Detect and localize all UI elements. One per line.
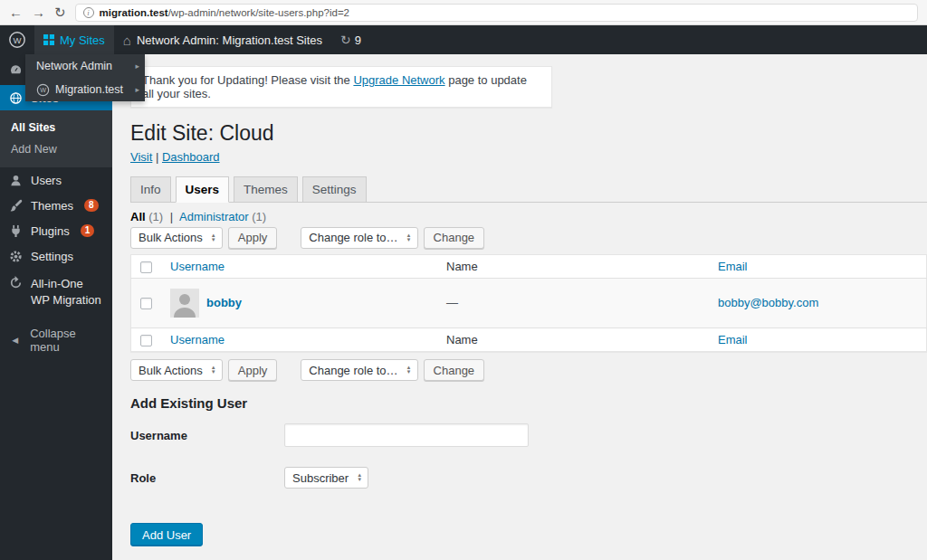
sidebar-aio-label: All-in-One WP Migration bbox=[31, 276, 101, 308]
select-all-checkbox[interactable] bbox=[140, 335, 152, 346]
select-arrows-icon: ▲▼ bbox=[357, 473, 362, 482]
email-column-header[interactable]: Email bbox=[718, 260, 748, 273]
change-role-value: Change role to… bbox=[309, 231, 397, 244]
address-bar[interactable]: i migration.test/wp-admin/network/site-u… bbox=[75, 4, 918, 22]
updates-indicator[interactable]: ↻ 9 bbox=[331, 25, 370, 54]
username-column-footer[interactable]: Username bbox=[170, 333, 225, 346]
site-edit-tabs: Info Users Themes Settings bbox=[130, 176, 927, 203]
table-footer-row: Username Name Email bbox=[131, 327, 927, 351]
username-link[interactable]: bobby bbox=[206, 296, 242, 309]
email-column-footer[interactable]: Email bbox=[718, 333, 748, 346]
bulk-actions-value: Bulk Actions bbox=[139, 231, 203, 244]
back-icon[interactable]: ← bbox=[9, 5, 23, 19]
select-all-checkbox[interactable] bbox=[140, 261, 152, 273]
avatar bbox=[170, 289, 199, 318]
username-field-label: Username bbox=[130, 429, 284, 442]
bulk-actions-select[interactable]: Bulk Actions ▲▼ bbox=[130, 227, 223, 249]
sidebar-users-label: Users bbox=[31, 174, 62, 187]
email-link[interactable]: bobby@bobby.com bbox=[718, 296, 818, 309]
wp-admin-bar: W My Sites ⌂ Network Admin: Migration.te… bbox=[0, 25, 927, 54]
username-input[interactable] bbox=[284, 423, 529, 447]
forward-icon[interactable]: → bbox=[32, 5, 45, 19]
network-admin-link[interactable]: ⌂ Network Admin: Migration.test Sites bbox=[114, 25, 331, 54]
notice-text-before: Thank you for Updating! Please visit the bbox=[142, 73, 353, 87]
my-sites-dropdown: Network Admin ▸ W Migration.test ▸ bbox=[25, 54, 145, 101]
my-sites-label: My Sites bbox=[60, 33, 105, 47]
my-sites-menu[interactable]: My Sites bbox=[34, 25, 114, 54]
select-arrows-icon: ▲▼ bbox=[406, 365, 412, 375]
svg-text:W: W bbox=[14, 35, 22, 45]
upgrade-network-link[interactable]: Upgrade Network bbox=[353, 73, 444, 87]
update-count: 9 bbox=[355, 33, 361, 47]
collapse-menu-label: Collapse menu bbox=[30, 327, 105, 354]
tab-users[interactable]: Users bbox=[176, 176, 230, 203]
tablenav-top: Bulk Actions ▲▼ Apply Change role to… ▲▼… bbox=[130, 227, 927, 249]
bulk-actions-select-bottom[interactable]: Bulk Actions ▲▼ bbox=[130, 359, 223, 381]
apply-button[interactable]: Apply bbox=[228, 227, 278, 249]
users-table: Username Name Email bbox=[130, 254, 927, 352]
sidebar-item-themes[interactable]: Themes 8 bbox=[0, 193, 112, 218]
network-admin-item-label: Network Admin bbox=[36, 60, 112, 72]
sidebar-item-plugins[interactable]: Plugins 1 bbox=[0, 218, 112, 243]
reload-icon[interactable]: ↻ bbox=[54, 5, 66, 19]
name-column-footer: Name bbox=[446, 333, 478, 346]
plugins-icon bbox=[7, 224, 24, 238]
change-role-select[interactable]: Change role to… ▲▼ bbox=[301, 227, 417, 249]
separator: | bbox=[156, 150, 158, 164]
row-checkbox[interactable] bbox=[140, 298, 152, 309]
filter-administrator-count: (1) bbox=[252, 210, 266, 223]
collapse-arrow-icon: ◀ bbox=[7, 336, 23, 345]
multisite-grid-icon bbox=[43, 34, 54, 45]
wordpress-logo-icon[interactable]: W bbox=[0, 25, 34, 54]
visit-link[interactable]: Visit bbox=[130, 150, 152, 164]
username-column-header[interactable]: Username bbox=[170, 260, 225, 273]
info-icon[interactable]: i bbox=[83, 7, 94, 18]
tablenav-bottom: Bulk Actions ▲▼ Apply Change role to… ▲▼… bbox=[130, 359, 927, 381]
dropdown-item-migration-test[interactable]: W Migration.test ▸ bbox=[25, 78, 145, 101]
add-user-button[interactable]: Add User bbox=[130, 523, 203, 546]
site-actions-row: Visit | Dashboard bbox=[130, 150, 927, 164]
select-arrows-icon: ▲▼ bbox=[406, 233, 412, 242]
change-button[interactable]: Change bbox=[424, 227, 485, 249]
sidebar-collapse-menu[interactable]: ◀ Collapse menu bbox=[0, 327, 112, 353]
plugins-update-badge: 1 bbox=[81, 224, 95, 237]
sites-icon bbox=[7, 91, 24, 105]
users-icon bbox=[7, 174, 24, 187]
change-button-bottom[interactable]: Change bbox=[424, 359, 485, 381]
filter-administrator-link[interactable]: Administrator bbox=[179, 210, 249, 223]
tab-info[interactable]: Info bbox=[130, 176, 171, 202]
dashboard-link[interactable]: Dashboard bbox=[162, 150, 220, 164]
tab-settings[interactable]: Settings bbox=[302, 176, 367, 202]
dashboard-icon bbox=[7, 63, 24, 77]
update-nag-notice: Thank you for Updating! Please visit the… bbox=[130, 66, 552, 108]
table-row: bobby — bobby@bobby.com bbox=[131, 278, 927, 327]
dropdown-item-network-admin[interactable]: Network Admin ▸ bbox=[25, 54, 145, 78]
name-cell: — bbox=[437, 278, 709, 327]
sites-submenu: All Sites Add New bbox=[0, 110, 112, 167]
main-content: Thank you for Updating! Please visit the… bbox=[112, 54, 927, 560]
svg-text:W: W bbox=[40, 87, 46, 94]
change-role-value: Change role to… bbox=[309, 364, 397, 377]
sidebar-item-all-sites[interactable]: All Sites bbox=[0, 117, 112, 138]
url-path: /wp-admin/network/site-users.php?id=2 bbox=[168, 7, 349, 18]
separator: | bbox=[170, 210, 173, 223]
sidebar-item-aio-migration[interactable]: All-in-One WP Migration bbox=[0, 269, 112, 315]
url-domain: migration.test bbox=[100, 7, 168, 18]
submenu-arrow-icon: ▸ bbox=[135, 62, 139, 71]
sidebar-item-users[interactable]: Users bbox=[0, 167, 112, 193]
change-role-select-bottom[interactable]: Change role to… ▲▼ bbox=[301, 359, 417, 381]
role-select[interactable]: Subscriber ▲▼ bbox=[284, 467, 368, 489]
sidebar-item-add-new[interactable]: Add New bbox=[0, 138, 112, 160]
select-arrows-icon: ▲▼ bbox=[211, 365, 216, 375]
sidebar-item-settings[interactable]: Settings bbox=[0, 243, 112, 269]
page-title: Edit Site: Cloud bbox=[130, 120, 927, 147]
tab-themes[interactable]: Themes bbox=[234, 176, 298, 202]
apply-button-bottom[interactable]: Apply bbox=[228, 359, 278, 381]
aio-migration-icon bbox=[7, 276, 24, 289]
sidebar-themes-label: Themes bbox=[31, 199, 73, 213]
migration-test-item-label: Migration.test bbox=[55, 83, 123, 96]
themes-update-badge: 8 bbox=[84, 199, 99, 212]
filter-all-link[interactable]: All bbox=[130, 210, 146, 223]
browser-chrome: ← → ↻ i migration.test/wp-admin/network/… bbox=[0, 0, 927, 25]
name-column-header: Name bbox=[446, 260, 478, 273]
